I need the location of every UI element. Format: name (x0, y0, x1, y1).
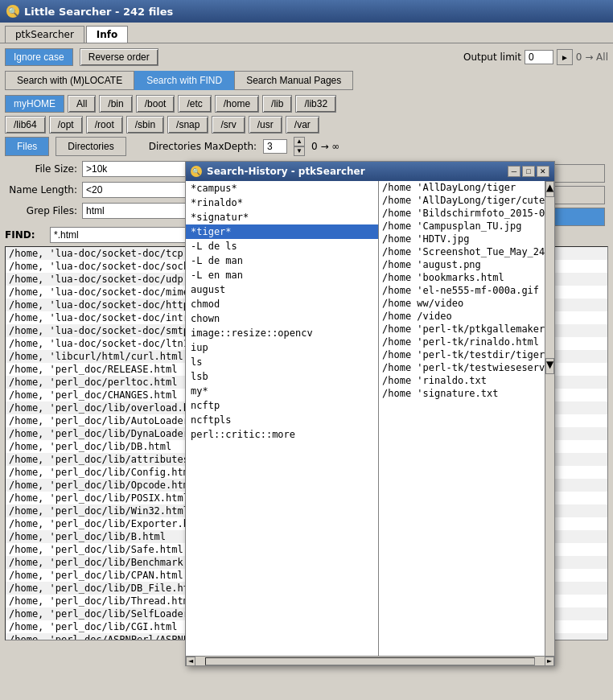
dialog-history-item[interactable]: chown (186, 311, 378, 326)
dialog-result-item: /home 'signature.txt (379, 387, 545, 400)
reverse-order-button[interactable]: Reverse order (80, 48, 158, 66)
dialog-result-item: /home 'AllDayLong/tiger/cutes-tiger-pics… (379, 194, 545, 207)
dialog-history-item[interactable]: chmod (186, 297, 378, 311)
dialog-controls: ─ □ ✕ (508, 166, 549, 177)
scroll-track (545, 197, 554, 358)
toolbar-row: Ignore case Reverse order Output limit ►… (5, 48, 608, 66)
name-length-label: Name Length: (5, 184, 77, 196)
form-left: File Size: Name Length: Grep Files: FIND… (5, 161, 211, 243)
dialog-result-item: /home 'august.png (379, 258, 545, 271)
dialog-history-item[interactable]: *rinaldo* (186, 196, 378, 210)
search-tabs-row: Search with (M)LOCATE Search with FIND S… (5, 71, 608, 90)
grep-files-label: Grep Files: (5, 205, 77, 216)
output-all-label: 0 → All (576, 51, 608, 63)
loc-snap[interactable]: /snap (167, 116, 208, 134)
dialog-body: *campus**rinaldo**signatur**tiger*-L de … (186, 181, 554, 656)
dialog-history-item[interactable]: -L de man (186, 253, 378, 268)
files-tab[interactable]: Files (5, 137, 49, 156)
loc-opt[interactable]: /opt (49, 116, 83, 134)
search-tab-mlocate[interactable]: Search with (M)LOCATE (5, 71, 134, 90)
dialog-history-item[interactable]: *tiger* (186, 224, 378, 239)
search-tab-manual[interactable]: Search Manual Pages (234, 71, 353, 90)
maxdepth-input[interactable] (263, 139, 287, 154)
dialog-result-item: /home 'Bildschirmfoto_2015-05-19_10-52-5… (379, 207, 545, 220)
output-limit-label: Output limit (463, 51, 521, 63)
output-limit-arrow[interactable]: ► (557, 49, 573, 65)
name-length-row: Name Length: (5, 182, 211, 198)
maxdepth-arrows: ▲ ▼ (294, 137, 305, 156)
hscroll-track (205, 657, 535, 665)
dialog-close-button[interactable]: ✕ (537, 166, 549, 177)
dialog-result-item: /home 'perl-tk/ptkgallemaker.pl (379, 323, 545, 336)
location-row-1: myHOME All /bin /boot /etc /home /lib /l… (5, 95, 608, 113)
dialog-history-list[interactable]: *campus**rinaldo**signatur**tiger*-L de … (186, 181, 379, 656)
dialog-result-item: /home 'HDTV.jpg (379, 233, 545, 245)
dialog-maximize-button[interactable]: □ (522, 166, 535, 177)
dialog-result-item: /home 'AllDayLong/tiger (379, 181, 545, 194)
dialog-history-item[interactable]: -L de ls (186, 239, 378, 253)
dialog-result-item: /home 'Campusplan_TU.jpg (379, 220, 545, 233)
dialog-result-item: /home /video (379, 310, 545, 323)
dialog-history-item[interactable]: august (186, 282, 378, 297)
scroll-down-arrow[interactable]: ▼ (545, 358, 554, 374)
output-limit-input[interactable] (525, 50, 553, 64)
dialog-result-item: /home 'el-ne555-mf-000a.gif (379, 284, 545, 297)
loc-home[interactable]: /home (215, 95, 259, 113)
dialog-result-item: /home ww/video (379, 297, 545, 310)
dialog-history-item[interactable]: my* (186, 384, 378, 398)
dialog-history-item[interactable]: ncftpls (186, 413, 378, 427)
search-tab-find[interactable]: Search with FIND (134, 71, 234, 90)
dialog-history-item[interactable]: ncftp (186, 398, 378, 413)
dialog-icon: 🔍 (191, 166, 202, 177)
loc-root[interactable]: /root (86, 116, 123, 134)
dialog-title-left: 🔍 Search-History - ptkSearcher (191, 166, 365, 177)
search-history-dialog: 🔍 Search-History - ptkSearcher ─ □ ✕ *ca… (185, 161, 555, 666)
dialog-history-item[interactable]: image::resize::opencv (186, 326, 378, 340)
loc-lib32[interactable]: /lib32 (295, 95, 336, 113)
maxdepth-up[interactable]: ▲ (294, 137, 305, 146)
dialog-history-item[interactable]: ls (186, 355, 378, 369)
loc-etc[interactable]: /etc (178, 95, 211, 113)
dialog-history-item[interactable]: *signatur* (186, 210, 378, 224)
ignore-case-button[interactable]: Ignore case (5, 48, 73, 66)
app-icon: 🔍 (6, 5, 19, 18)
loc-sbin[interactable]: /sbin (126, 116, 164, 134)
grep-files-row: Grep Files: (5, 203, 211, 219)
maxdepth-down[interactable]: ▼ (294, 146, 305, 156)
file-size-label: File Size: (5, 163, 77, 175)
loc-all[interactable]: All (68, 95, 96, 113)
dialog-result-item: /home 'perl-tk/rinaldo.html (379, 336, 545, 348)
files-dirs-row: Files Directories Directories MaxDepth: … (5, 137, 608, 156)
dialog-history-item[interactable]: -L en man (186, 268, 378, 282)
dialog-history-item[interactable]: iup (186, 340, 378, 355)
find-row: FIND: (5, 227, 211, 243)
loc-boot[interactable]: /boot (136, 95, 175, 113)
tab-info[interactable]: Info (86, 26, 128, 43)
directories-tab[interactable]: Directories (56, 137, 125, 156)
loc-srv[interactable]: /srv (212, 116, 245, 134)
loc-bin[interactable]: /bin (99, 95, 132, 113)
dialog-minimize-button[interactable]: ─ (508, 166, 520, 177)
tab-ptksearcher[interactable]: ptkSearcher (5, 26, 84, 43)
loc-var[interactable]: /var (286, 116, 319, 134)
dialog-history-item[interactable]: lsb (186, 369, 378, 384)
dialog-results-list[interactable]: /home 'AllDayLong/tiger/home 'AllDayLong… (379, 181, 545, 656)
dialog-hscrollbar[interactable]: ◄ ► (186, 656, 554, 665)
loc-lib64[interactable]: /lib64 (5, 116, 46, 134)
loc-myhome[interactable]: myHOME (5, 95, 64, 113)
title-text: Little Searcher - 242 files (24, 6, 173, 18)
scroll-up-arrow[interactable]: ▲ (545, 181, 554, 197)
inf-label: 0 → ∞ (311, 141, 339, 152)
maxdepth-label: Directories MaxDepth: (149, 141, 257, 152)
dialog-history-item[interactable]: perl::critic::more (186, 427, 378, 442)
dialog-result-item: /home 'rinaldo.txt (379, 374, 545, 387)
hscroll-left-arrow[interactable]: ◄ (186, 657, 195, 666)
dialog-history-item[interactable]: *campus* (186, 181, 378, 196)
loc-usr[interactable]: /usr (249, 116, 282, 134)
dialog-scrollbar[interactable]: ▲ ▼ (545, 181, 554, 656)
dialog-result-item: /home 'Screenshot_Tue_May_24_2016_13:18:… (379, 245, 545, 258)
hscroll-right-arrow[interactable]: ► (545, 657, 554, 666)
dialog-result-item: /home 'perl-tk/testwieseserver/Kleine-00… (379, 361, 545, 374)
loc-lib[interactable]: /lib (262, 95, 292, 113)
find-label: FIND: (5, 229, 45, 241)
